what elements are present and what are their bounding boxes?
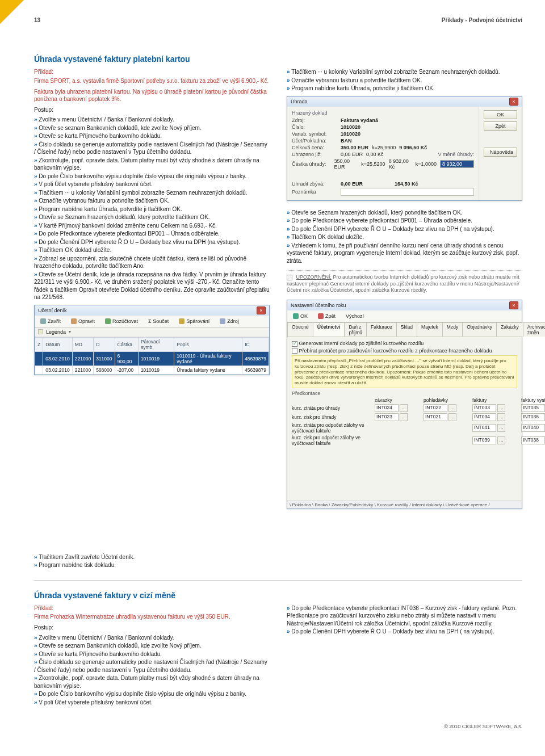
col-d[interactable]: D	[94, 337, 115, 351]
val-ucet: BAN	[341, 138, 352, 144]
input-cell[interactable]: INT023…	[375, 413, 420, 421]
checkbox-generovat[interactable]: ✓	[292, 341, 297, 347]
step: Otevře se Seznam hrazených dokladů, kter…	[287, 209, 522, 217]
col-ic[interactable]: IČ	[242, 337, 269, 351]
ok-button[interactable]: OK	[484, 110, 517, 119]
tab-majetek[interactable]: Majetek	[417, 322, 443, 337]
close-icon[interactable]: ×	[509, 98, 518, 106]
row-label: kurz. zisk pro úhrady	[292, 414, 371, 420]
input-cell[interactable]: INT034…	[472, 413, 518, 421]
col-popis[interactable]: Popis	[174, 337, 242, 351]
col-castka[interactable]: Částka	[115, 337, 138, 351]
pair-icon	[179, 318, 185, 324]
ellipsis-icon[interactable]: …	[400, 404, 408, 412]
step: Do pole Číslo bankovního výpisu doplníte…	[34, 173, 270, 180]
col-parsymb[interactable]: Párovací symb.	[138, 337, 174, 351]
ellipsis-icon[interactable]: …	[497, 424, 505, 432]
toolbar-sparovani[interactable]: Spárování	[176, 317, 212, 325]
input-cell[interactable]: INT040…	[521, 424, 545, 432]
tab-archivace[interactable]: Archivace změn	[523, 322, 545, 337]
step: Do pole Číslo bankovního výpisu doplníte…	[34, 690, 270, 698]
val-cislo: 1010020	[341, 124, 360, 130]
table-row[interactable]: 03.02.2010 221000 311000 6 900,00 101001…	[35, 351, 269, 366]
input-cell[interactable]: INT038…	[521, 436, 545, 444]
tab-fakturace[interactable]: Fakturace	[366, 322, 397, 337]
denik-toolbar: Zavřít Opravit Rozúčtovat Σ Součet Spáro…	[35, 316, 269, 327]
check-icon	[293, 313, 299, 319]
input-cell[interactable]: INT035…	[521, 404, 545, 412]
ellipsis-icon[interactable]: …	[448, 404, 456, 412]
section-b-title: Úhrada vystavené faktury v cizí měně	[34, 591, 522, 600]
step: Tlačítkem ··· u kolonky Variabilní symbo…	[34, 189, 270, 197]
toolbar-vychozi[interactable]: Výchozí	[343, 312, 367, 320]
nastaveni-toolbar: OK Zpět Výchozí	[287, 310, 522, 322]
denik-legend: Legenda ▾	[35, 327, 269, 337]
toolbar-rozuctovat[interactable]: Rozúčtovat	[102, 317, 141, 325]
col-head: faktury	[472, 397, 518, 403]
close-icon	[40, 318, 46, 324]
zpet-button[interactable]: Zpět	[484, 121, 517, 131]
nastaveni-title: Nastavení účetního roku	[291, 303, 346, 308]
tab-zakazky[interactable]: Zakázky	[496, 322, 523, 337]
tab-sklad[interactable]: Sklad	[396, 322, 417, 337]
tab-ucetnictvi[interactable]: Účetnictví	[313, 322, 345, 337]
ellipsis-icon[interactable]: …	[497, 436, 505, 444]
ellipsis-icon[interactable]: …	[400, 413, 408, 421]
split-icon	[105, 318, 111, 324]
checkbox-prebirat[interactable]	[292, 348, 297, 354]
tab-obecne[interactable]: Obecné	[287, 322, 313, 337]
ellipsis-icon[interactable]: …	[497, 404, 505, 412]
toolbar-ok[interactable]: OK	[290, 312, 311, 320]
input-cell[interactable]: INT041…	[472, 424, 518, 432]
col-head: pohledávky	[424, 397, 469, 403]
step: Program nabídne kartu Úhrada, potvrdíte …	[34, 205, 270, 213]
val: 8 932,00 Kč	[389, 158, 412, 170]
uhrada-window: Úhrada × Hrazený doklad Zdroj:Faktura vy…	[287, 96, 522, 201]
label-celkova: Celková cena:	[292, 145, 337, 150]
section-a-left: Příklad: Firma SPORT, a.s. vystavila fir…	[34, 68, 270, 570]
input-cell[interactable]: INT033…	[472, 404, 518, 412]
step: Vzhledem k tomu, že při používání denníh…	[287, 242, 522, 265]
step: Číslo dokladu se generuje automaticky po…	[34, 658, 270, 674]
input-cell[interactable]: INT021…	[424, 413, 469, 421]
step: Do pole Předkontace vyberete předkontaci…	[287, 604, 522, 628]
source-icon	[220, 318, 225, 324]
tab-dan[interactable]: Daň z příjmů	[344, 322, 367, 337]
row-label: kurz. ztráta pro odpočet zálohy ve vyúčt…	[292, 422, 371, 434]
input-cell[interactable]: INT036…	[521, 413, 545, 421]
ellipsis-icon[interactable]: …	[497, 413, 505, 421]
input-cell[interactable]: INT039…	[472, 436, 518, 444]
step: Zvolíte v menu Účetnictví / Banka / Bank…	[34, 116, 270, 124]
table-row[interactable]: 03.02.2010 221000 568000 -207,00 1010019…	[35, 366, 269, 374]
tab-objednavky[interactable]: Objednávky	[462, 322, 497, 337]
toolbar-opravit[interactable]: Opravit	[68, 317, 98, 325]
ellipsis-icon[interactable]: …	[448, 413, 456, 421]
toolbar-zpet[interactable]: Zpět	[315, 312, 338, 320]
input-cell[interactable]: INT024…	[375, 404, 420, 412]
uhrada-titlebar: Úhrada ×	[287, 96, 522, 107]
chevron-down-icon[interactable]: ▾	[69, 329, 71, 334]
col-z[interactable]: Z	[35, 337, 43, 351]
example-label: Příklad:	[34, 68, 270, 76]
predkontace-grid: závazky pohledávky faktury faktury vyst.…	[292, 397, 517, 446]
step: Zkontrolujte, popř. opravte data. Datum …	[34, 157, 270, 172]
step: Program nabídne kartu Úhrada, potvrdíte …	[287, 85, 522, 93]
section-b-right: Do pole Předkontace vyberete předkontaci…	[287, 604, 522, 707]
predkontace-group: Předkontace	[292, 390, 517, 396]
input-poznamka[interactable]	[341, 188, 474, 196]
napoveda-button[interactable]: Nápověda	[484, 148, 517, 157]
input-castka[interactable]: 8 932,00	[440, 160, 474, 168]
close-icon[interactable]: ×	[257, 306, 266, 314]
steps-right-top: Tlačítkem ··· u kolonky Variabilní symbo…	[287, 68, 522, 93]
tab-mzdy[interactable]: Mzdy	[442, 322, 463, 337]
label-uhrazeno: Uhrazeno již:	[292, 152, 337, 157]
step: Označíte vybranou fakturu a potvrdíte tl…	[287, 77, 522, 85]
toolbar-soucet[interactable]: Σ Součet	[145, 317, 171, 325]
toolbar-zdroj[interactable]: Zdroj	[217, 317, 242, 325]
col-md[interactable]: MD	[72, 337, 93, 351]
close-icon[interactable]: ×	[509, 301, 518, 309]
col-datum[interactable]: Datum	[43, 337, 73, 351]
example-label-b: Příklad:	[34, 604, 270, 612]
input-cell[interactable]: INT022…	[424, 404, 469, 412]
toolbar-zavrit[interactable]: Zavřít	[37, 317, 64, 325]
